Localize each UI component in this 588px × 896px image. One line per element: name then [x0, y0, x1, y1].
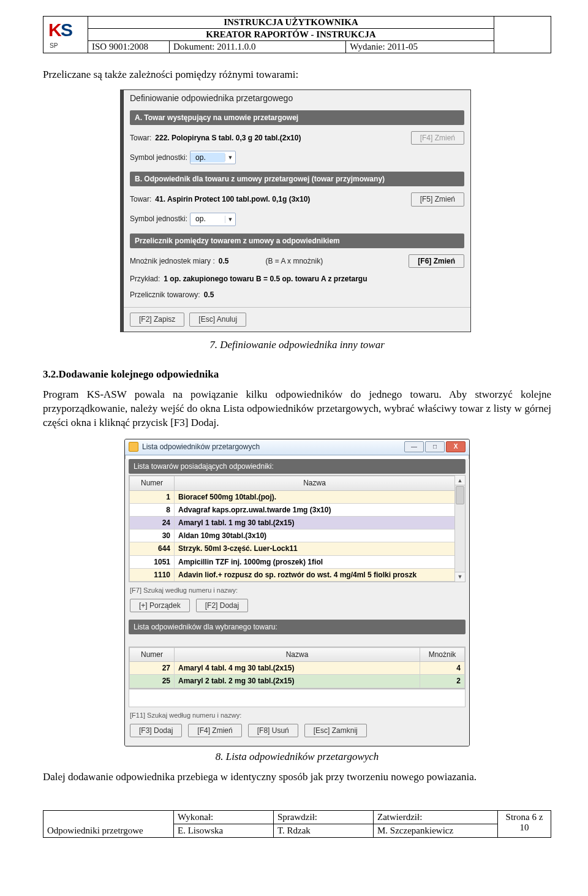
add-button-1[interactable]: [F2] Dodaj	[196, 599, 248, 612]
b-unit-dropdown[interactable]: op. ▼	[190, 213, 236, 226]
footer-col1: Odpowiedniki przetrgowe	[43, 810, 174, 837]
mn-formula: (B = A x mnożnik)	[265, 256, 323, 266]
equiv-table: Numer Nazwa Mnożnik 27Amaryl 4 tabl. 4 m…	[129, 647, 465, 688]
header-subtitle: KREATOR RAPORTÓW - INSTRUKCJA	[88, 29, 494, 41]
b-towar-value: 41. Aspirin Protect 100 tabl.powl. 0,1g …	[155, 194, 310, 204]
dialog2-title: Lista odpowiedników przetargowych	[142, 442, 404, 452]
b-towar-label: Towar:	[130, 194, 151, 204]
scrollbar[interactable]: ▲ ▼	[454, 476, 465, 582]
cancel-button[interactable]: [Esc] Anuluj	[189, 313, 246, 326]
scroll-up-icon[interactable]: ▲	[455, 476, 465, 485]
a-towar-value: 222. Polopiryna S tabl. 0,3 g 20 tabl.(2…	[155, 133, 301, 143]
th-number[interactable]: Numer	[130, 476, 175, 490]
footer-col3b: T. Rdzak	[274, 824, 374, 837]
list2-bar: Lista odpowiedników dla wybranego towaru…	[129, 620, 466, 634]
dialog-equiv-list: Lista odpowiedników przetargowych — □ X …	[124, 439, 470, 746]
paragraph-3-2: Program KS-ASW powala na powiązanie kilk…	[43, 388, 551, 430]
section-c-bar: Przelicznik pomiędzy towarem z umowy a o…	[130, 233, 464, 248]
footer-col3a: Sprawdził:	[274, 810, 374, 824]
dialog-define-equivalent: Definiowanie odpowiednika przetargowego …	[123, 89, 471, 332]
window-icon	[129, 442, 138, 452]
save-button[interactable]: [F2] Zapisz	[130, 313, 184, 326]
dialog-title: Definiowanie odpowiednika przetargowego	[124, 90, 470, 108]
chevron-down-icon: ▼	[225, 154, 235, 161]
doc-header: KSSP INSTRUKCJA UŻYTKOWNIKA KREATOR RAPO…	[43, 16, 551, 53]
th-name[interactable]: Nazwa	[175, 476, 455, 490]
delete-button-2[interactable]: [F8] Usuń	[248, 724, 298, 737]
logo-icon: KSSP	[47, 21, 84, 49]
table-row-selected[interactable]: 25Amaryl 2 tabl. 2 mg 30 tabl.(2x15)2	[130, 675, 465, 688]
ex-value: 1 op. zakupionego towaru B = 0.5 op. tow…	[164, 274, 367, 284]
scroll-thumb[interactable]	[456, 486, 464, 504]
mn-label: Mnożnik jednostek miary :	[130, 256, 215, 266]
figure-7-caption: 7. Definiowanie odpowiednika inny towar	[43, 338, 551, 352]
page-number: Strona 6 z 10	[498, 810, 551, 837]
a-sym-label: Symbol jednostki:	[130, 153, 187, 162]
intro-text: Przeliczane są także zależności pomiędzy…	[43, 68, 551, 82]
scroll-down-icon[interactable]: ▼	[455, 572, 465, 582]
table-row[interactable]: 1110Adavin liof.+ rozpusz do sp. roztwór…	[130, 568, 455, 581]
heading-3-2: 3.2.Dodawanie kolejnego odpowiednika	[43, 368, 551, 382]
table-row[interactable]: 1Bioracef 500mg 10tabl.(poj).	[130, 490, 455, 503]
search-hint-2: [F11] Szukaj według numeru i nazwy:	[129, 707, 466, 723]
header-doc: Dokument: 2011.1.0.0	[170, 41, 346, 53]
footer-col4b: M. Szczepankiewicz	[374, 824, 498, 837]
table-row[interactable]: 8Advagraf kaps.oprz.uwal.twarde 1mg (3x1…	[130, 503, 455, 516]
section-a-bar: A. Towar występujący na umowie przetargo…	[130, 110, 464, 125]
doc-footer: Odpowiedniki przetrgowe Wykonał: Sprawdz…	[43, 810, 551, 838]
chevron-down-icon: ▼	[225, 216, 235, 223]
table-row[interactable]: 27Amaryl 4 tabl. 4 mg 30 tabl.(2x15)4	[130, 662, 465, 675]
search-hint-1: [F7] Szukaj według numeru i nazwy:	[129, 582, 466, 598]
order-button[interactable]: [+] Porządek	[130, 599, 190, 612]
section-b-bar: B. Odpowiednik dla towaru z umowy przeta…	[130, 172, 464, 186]
footer-col2b: E. Lisowska	[174, 824, 274, 837]
th-name-2[interactable]: Nazwa	[175, 648, 420, 662]
close-icon[interactable]: X	[446, 441, 466, 452]
b-change-button[interactable]: [F5] Zmień	[411, 192, 464, 206]
table-row-selected[interactable]: 24Amaryl 1 tabl. 1 mg 30 tabl.(2x15)	[130, 516, 455, 529]
maximize-icon[interactable]: □	[425, 441, 445, 452]
footer-col4a: Zatwierdził:	[374, 810, 498, 824]
header-issue: Wydanie: 2011-05	[346, 41, 494, 53]
logo-cell: KSSP	[43, 17, 88, 53]
footer-col2a: Wykonał:	[174, 810, 274, 824]
header-iso: ISO 9001:2008	[88, 41, 170, 53]
close-button-2[interactable]: [Esc] Zamknij	[304, 724, 367, 737]
th-mnoznik[interactable]: Mnożnik	[420, 648, 465, 662]
th-number-2[interactable]: Numer	[130, 648, 175, 662]
goods-table: Numer Nazwa 1Bioracef 500mg 10tabl.(poj)…	[129, 476, 455, 582]
b-unit-value: op.	[190, 214, 225, 224]
mn-value: 0.5	[219, 256, 229, 266]
table-row[interactable]: 30Aldan 10mg 30tabl.(3x10)	[130, 530, 455, 542]
table-row[interactable]: 1051Ampicillin TZF inj. 1000mg (proszek)…	[130, 555, 455, 568]
figure-8-caption: 8. Lista odpowiedników przetargowych	[43, 750, 551, 764]
b-sym-label: Symbol jednostki:	[130, 214, 187, 224]
paragraph-after: Dalej dodawanie odpowiednika przebiega w…	[43, 770, 551, 784]
header-title: INSTRUKCJA UŻYTKOWNIKA	[88, 17, 494, 29]
header-empty	[494, 17, 551, 53]
minimize-icon[interactable]: —	[404, 441, 424, 452]
add-button-2[interactable]: [F3] Dodaj	[130, 724, 182, 737]
ex-label: Przykład:	[130, 274, 160, 284]
a-change-button[interactable]: [F4] Zmień	[411, 131, 464, 145]
a-unit-value: op.	[190, 153, 225, 162]
pt-label: Przelicznik towarowy:	[130, 290, 200, 300]
list1-bar: Lista towarów posiadających odpowiedniki…	[129, 459, 466, 474]
c-change-button[interactable]: [F6] Zmień	[409, 254, 464, 268]
a-unit-dropdown[interactable]: op. ▼	[190, 151, 236, 164]
a-towar-label: Towar:	[130, 133, 151, 143]
pt-value: 0.5	[204, 290, 214, 300]
table-row[interactable]: 644Strzyk. 50ml 3-część. Luer-Lock11	[130, 542, 455, 555]
empty-area	[129, 689, 466, 707]
edit-button-2[interactable]: [F4] Zmień	[188, 724, 241, 737]
